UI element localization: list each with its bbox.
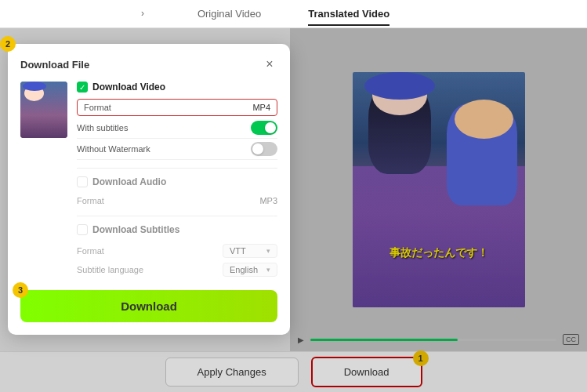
format-row: Format MP4 xyxy=(77,99,277,116)
format-label: Format xyxy=(84,103,111,112)
download-modal: Download File × 2 Download Video Format … xyxy=(8,44,290,335)
subtitles-label: With subtitles xyxy=(77,123,128,132)
chevron-down-icon: ▾ xyxy=(266,247,270,255)
modal-thumbnail: 2 xyxy=(20,82,67,138)
badge-3: 3 xyxy=(13,282,28,298)
audio-section-header: Download Audio xyxy=(77,176,277,187)
subs-language-select[interactable]: English ▾ xyxy=(223,263,277,277)
subs-format-value: VTT xyxy=(230,246,246,256)
modal-download-label: Download xyxy=(121,299,177,313)
audio-section-label: Download Audio xyxy=(92,176,166,187)
audio-format-label: Format xyxy=(77,196,104,205)
divider-1 xyxy=(77,168,277,169)
tab-translated-video[interactable]: Translated Video xyxy=(308,2,390,26)
thumbnail-image xyxy=(20,82,67,138)
subs-language-row: Subtitle language English ▾ xyxy=(77,260,277,279)
watermark-label: Without Watermark xyxy=(77,144,150,154)
video-section-header: Download Video xyxy=(77,82,277,93)
tab-bar: › Original Video Translated Video xyxy=(0,0,587,28)
chevron-down-icon-2: ▾ xyxy=(266,266,270,274)
divider-2 xyxy=(77,216,277,216)
subs-format-label: Format xyxy=(77,246,104,256)
modal-body: 2 Download Video Format MP4 With subtitl… xyxy=(20,82,277,279)
video-section-label: Download Video xyxy=(92,82,165,93)
watermark-toggle[interactable] xyxy=(251,142,277,156)
subs-language-label: Subtitle language xyxy=(77,265,143,274)
subs-checkbox[interactable] xyxy=(77,224,88,235)
watermark-toggle-row: Without Watermark xyxy=(77,139,277,160)
modal-header: Download File × xyxy=(20,56,277,72)
audio-format-value: MP3 xyxy=(259,196,277,205)
video-checkbox[interactable] xyxy=(77,82,88,93)
format-value: MP4 xyxy=(252,103,270,112)
subs-format-select[interactable]: VTT ▾ xyxy=(223,244,277,258)
audio-format-row: Format MP3 xyxy=(77,194,277,208)
subs-language-value: English xyxy=(230,265,258,274)
modal-close-button[interactable]: × xyxy=(262,56,277,72)
tab-original-video[interactable]: Original Video xyxy=(197,2,261,26)
modal-options: Download Video Format MP4 With subtitles… xyxy=(77,82,277,279)
modal-download-button[interactable]: 3 Download xyxy=(20,290,277,322)
subs-format-row: Format VTT ▾ xyxy=(77,241,277,260)
subs-section-label: Download Subtitles xyxy=(92,224,179,235)
tab-chevron: › xyxy=(141,8,144,19)
modal-title: Download File xyxy=(20,59,89,71)
subs-section-header: Download Subtitles xyxy=(77,224,277,235)
audio-checkbox[interactable] xyxy=(77,176,88,187)
subtitles-toggle[interactable] xyxy=(251,121,277,135)
subtitles-toggle-knob xyxy=(265,122,276,133)
watermark-toggle-knob xyxy=(252,143,263,154)
subtitles-toggle-row: With subtitles xyxy=(77,118,277,139)
